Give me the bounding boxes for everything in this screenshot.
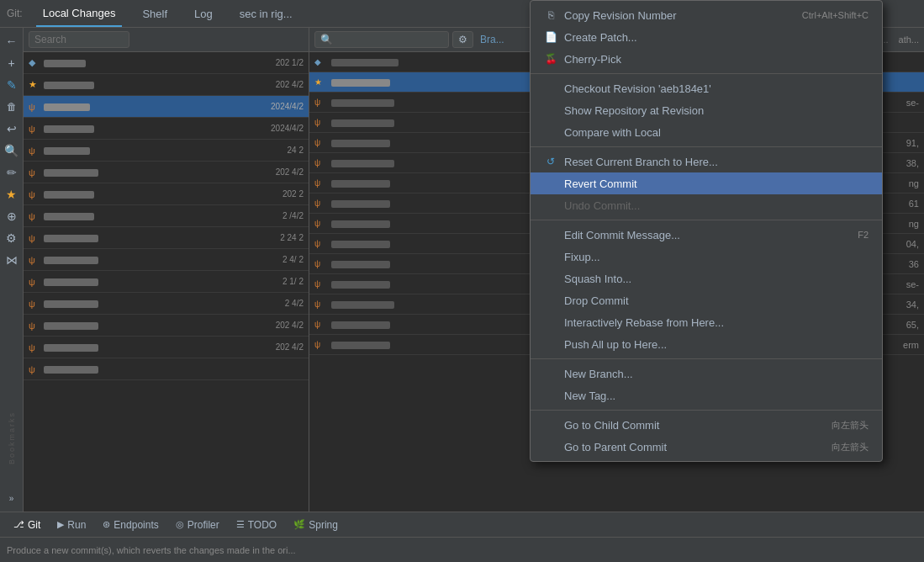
table-row[interactable]: ◆ 202 1/2 [24, 52, 309, 74]
separator-1 [531, 73, 882, 74]
log-search-input[interactable] [314, 31, 449, 48]
rebase-icon [544, 315, 557, 329]
undo-icon [544, 199, 557, 212]
git-label: Git: [7, 8, 23, 19]
menu-item-fixup[interactable]: Fixup... [531, 246, 882, 268]
patch-icon: 📄 [544, 30, 557, 44]
menu-item-squash[interactable]: Squash Into... [531, 268, 882, 289]
sidebar-icons: ← + ✎ 🗑 ↩ 🔍 ✏ ★ ⊕ ⚙ ⋈ Bookmarks » [0, 28, 24, 512]
branch-filter-label: Bra... [480, 34, 504, 45]
copy-icon: ⎘ [544, 8, 557, 22]
tab-git[interactable]: ⎇ Git [7, 517, 47, 533]
todo-tab-icon: ☰ [236, 519, 245, 530]
menu-item-show-repo[interactable]: Show Repository at Revision [531, 99, 882, 121]
menu-item-go-child[interactable]: Go to Child Commit 向左箭头 [531, 414, 882, 436]
table-row[interactable]: ψ 2024/4/2 [24, 118, 309, 140]
separator-4 [531, 358, 882, 359]
star-icon[interactable]: ★ [2, 184, 22, 204]
left-toolbar [24, 28, 309, 52]
tab-todo[interactable]: ☰ TODO [230, 517, 283, 533]
tab-profiler[interactable]: ◎ Profiler [169, 517, 226, 533]
parent-commit-icon [544, 440, 557, 453]
tab-endpoints[interactable]: ⊛ Endpoints [96, 517, 165, 533]
sync-icon[interactable]: ⊕ [2, 206, 22, 226]
tab-shelf[interactable]: Shelf [135, 0, 174, 27]
delete-icon[interactable]: 🗑 [2, 97, 22, 117]
endpoints-tab-icon: ⊛ [103, 519, 110, 530]
table-row[interactable]: ★ 202 4/2 [24, 74, 309, 96]
bookmarks-label: Bookmarks [8, 408, 16, 468]
menu-item-reset-branch[interactable]: ↺ Reset Current Branch to Here... [531, 151, 882, 172]
spring-tab-icon: 🌿 [293, 519, 305, 530]
profiler-tab-icon: ◎ [176, 519, 184, 530]
commit-list: ◆ 202 1/2 ★ 202 4/2 ψ 2024/4/2 ψ 202 [24, 52, 309, 512]
table-row[interactable]: ψ 2 /4/2 [24, 205, 309, 227]
table-row[interactable]: ψ 2 1/ 2 [24, 271, 309, 293]
table-row[interactable]: ψ 2 24 2 [24, 227, 309, 249]
revert-commit-icon [544, 177, 557, 190]
context-menu: ⎘ Copy Revision Number Ctrl+Alt+Shift+C … [530, 0, 883, 462]
menu-item-go-parent[interactable]: Go to Parent Commit 向左箭头 [531, 436, 882, 458]
menu-item-create-patch[interactable]: 📄 Create Patch... [531, 26, 882, 48]
add-icon[interactable]: + [2, 53, 22, 73]
menu-item-drop-commit[interactable]: Drop Commit [531, 289, 882, 311]
status-message: Produce a new commit(s), which reverts t… [7, 545, 296, 555]
new-tag-icon [544, 389, 557, 402]
table-row[interactable]: ψ 202 4/2 [24, 337, 309, 358]
revert-icon[interactable]: ↩ [2, 119, 22, 139]
push-icon [544, 337, 557, 351]
table-row[interactable]: ψ 202 4/2 [24, 162, 309, 183]
tab-sec[interactable]: sec in rig... [233, 0, 299, 27]
cherry-icon: 🍒 [544, 52, 557, 66]
menu-item-push-all[interactable]: Push All up to Here... [531, 333, 882, 355]
menu-item-new-tag[interactable]: New Tag... [531, 384, 882, 406]
bottom-bar: ⎇ Git ▶ Run ⊛ Endpoints ◎ Profiler ☰ TOD… [0, 512, 924, 537]
menu-item-new-branch[interactable]: New Branch... [531, 363, 882, 384]
menu-item-edit-message[interactable]: Edit Commit Message... F2 [531, 224, 882, 246]
new-branch-icon [544, 367, 557, 380]
menu-item-cherry-pick[interactable]: 🍒 Cherry-Pick [531, 48, 882, 70]
menu-item-checkout-revision[interactable]: Checkout Revision 'aeb184e1' [531, 77, 882, 99]
separator-2 [531, 146, 882, 147]
separator-5 [531, 410, 882, 411]
branch-icon: ψ [29, 102, 40, 112]
child-commit-icon [544, 418, 557, 432]
search-input[interactable] [29, 31, 129, 48]
menu-item-compare-local[interactable]: Compare with Local [531, 121, 882, 143]
gear-button[interactable]: ⚙ [452, 31, 473, 48]
compare-icon [544, 125, 557, 139]
back-icon[interactable]: ← [2, 31, 22, 51]
menu-item-interactive-rebase[interactable]: Interactively Rebase from Here... [531, 311, 882, 333]
drop-icon [544, 294, 557, 307]
git-tab-icon: ⎇ [13, 519, 24, 530]
table-row[interactable]: ψ [24, 358, 309, 380]
table-row[interactable]: ψ 202 4/2 [24, 315, 309, 337]
status-bar: Produce a new commit(s), which reverts t… [0, 537, 924, 562]
tab-log[interactable]: Log [187, 0, 219, 27]
checkout-icon [544, 82, 557, 95]
squash-icon [544, 272, 557, 285]
reset-icon: ↺ [544, 155, 557, 168]
tab-spring[interactable]: 🌿 Spring [287, 517, 345, 533]
table-row[interactable]: ψ 2024/4/2 [24, 96, 309, 118]
edit-icon[interactable]: ✎ [2, 75, 22, 95]
tab-run[interactable]: ▶ Run [50, 517, 92, 533]
table-row[interactable]: ψ 2 4/2 [24, 293, 309, 315]
edit-msg-icon [544, 228, 557, 241]
star-icon: ★ [29, 79, 40, 90]
table-row[interactable]: ψ 202 2 [24, 183, 309, 205]
expand-icon[interactable]: » [2, 488, 22, 508]
settings-icon[interactable]: ⚙ [2, 228, 22, 248]
hash-label: ath... [899, 34, 919, 45]
menu-item-revert-commit[interactable]: Revert Commit [531, 172, 882, 194]
merge-icon[interactable]: ⋈ [2, 250, 22, 270]
menu-item-copy-revision[interactable]: ⎘ Copy Revision Number Ctrl+Alt+Shift+C [531, 4, 882, 26]
search-icon[interactable]: 🔍 [2, 140, 22, 161]
table-row[interactable]: ψ 2 4/ 2 [24, 249, 309, 271]
annotate-icon[interactable]: ✏ [2, 162, 22, 183]
tag-icon: ◆ [29, 57, 40, 68]
table-row[interactable]: ψ 24 2 [24, 140, 309, 162]
left-panel: ◆ 202 1/2 ★ 202 4/2 ψ 2024/4/2 ψ 202 [24, 28, 309, 512]
separator-3 [531, 220, 882, 220]
tab-local-changes[interactable]: Local Changes [36, 0, 123, 27]
